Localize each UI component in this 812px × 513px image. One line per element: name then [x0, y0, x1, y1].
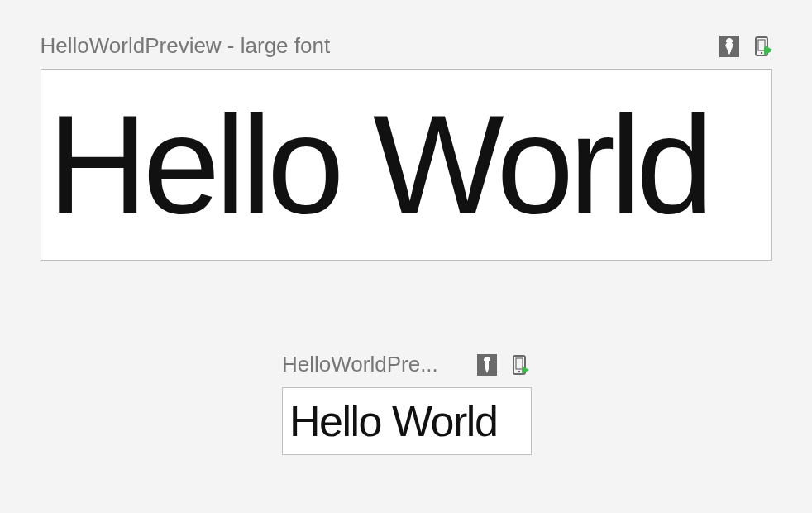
interactive-mode-icon[interactable]: [477, 354, 497, 376]
preview-title: HelloWorldPre...: [282, 352, 438, 377]
preview-content-text: Hello World: [48, 95, 709, 234]
preview-toolbar: [719, 36, 772, 57]
preview-header: HelloWorldPreview - large font: [41, 33, 772, 59]
svg-rect-7: [516, 358, 523, 369]
svg-rect-3: [758, 40, 765, 50]
preview-content-text: Hello World: [289, 400, 497, 443]
interactive-mode-icon[interactable]: [719, 36, 739, 57]
preview-default: HelloWorldPre... Hello World: [282, 352, 530, 455]
preview-canvas: Hello World: [41, 69, 772, 261]
preview-header: HelloWorldPre...: [282, 352, 530, 377]
run-preview-icon[interactable]: [512, 354, 530, 376]
preview-canvas: Hello World: [282, 387, 532, 455]
preview-title: HelloWorldPreview - large font: [41, 33, 331, 59]
run-preview-icon[interactable]: [754, 36, 772, 57]
svg-point-8: [518, 370, 520, 372]
svg-point-4: [760, 51, 762, 53]
preview-large-font: HelloWorldPreview - large font: [41, 33, 772, 261]
preview-toolbar: [477, 354, 530, 376]
